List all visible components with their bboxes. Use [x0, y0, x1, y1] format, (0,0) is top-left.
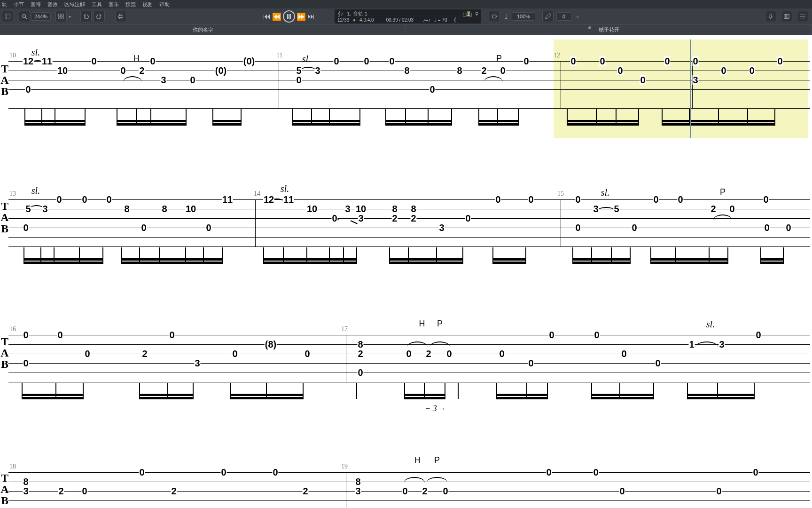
tab-note[interactable]: 0 [465, 214, 471, 223]
tab-note[interactable]: 12 [23, 56, 34, 66]
tab-note[interactable]: 3 [42, 204, 48, 214]
tab-note[interactable]: 0 [120, 66, 126, 75]
tab-note[interactable]: 8 [410, 204, 416, 214]
tab-note[interactable]: 0 [546, 468, 552, 477]
print-button[interactable] [115, 11, 126, 22]
add-button[interactable]: ＋ [575, 13, 580, 20]
tab-note[interactable]: 10 [306, 204, 318, 214]
tab-note[interactable]: 2 [58, 486, 64, 496]
tab-note[interactable]: 0 [296, 75, 302, 85]
tab-note[interactable]: 3 [718, 340, 725, 349]
tab-note[interactable]: 3 [355, 486, 361, 496]
tab-note[interactable]: 0 [243, 56, 255, 66]
tab-note[interactable]: 3 [593, 204, 599, 214]
tab-note[interactable]: 0 [23, 223, 29, 232]
tab-note[interactable]: 2 [139, 66, 145, 75]
redo-button[interactable] [94, 11, 105, 22]
keyboard-button[interactable] [781, 11, 792, 22]
tab-note[interactable]: 0 [402, 486, 408, 496]
tab-note[interactable]: 12 [263, 195, 274, 204]
tab-note[interactable]: 0 [619, 486, 625, 496]
tuning-fork-icon[interactable]: 𝄞 [453, 17, 456, 23]
tab-note[interactable]: 0 [429, 85, 435, 94]
tab-document-1[interactable]: 你的名字 [0, 25, 406, 35]
tab-note[interactable]: 2 [302, 486, 308, 496]
tab-note[interactable]: 0 [617, 66, 623, 75]
tab-note[interactable]: 8 [391, 204, 398, 214]
tab-note[interactable]: 0 [499, 349, 505, 358]
tab-note[interactable]: 0 [599, 56, 605, 66]
tab-document-2[interactable]: 栀子花开 [406, 25, 812, 35]
tab-note[interactable]: 3 [194, 358, 200, 368]
tab-note[interactable]: 10 [185, 204, 196, 214]
tempo-percent[interactable]: 100% [512, 12, 535, 21]
tab-note[interactable]: 3 [358, 214, 364, 223]
layout-button[interactable] [55, 11, 67, 22]
tab-note[interactable]: 0 [331, 214, 337, 223]
tab-note[interactable]: 0 [23, 330, 29, 340]
menu-item[interactable]: 小节 [14, 1, 24, 8]
tab-note[interactable]: 2 [171, 486, 177, 496]
tab-note[interactable]: 0 [528, 195, 534, 204]
tab-note[interactable]: 2 [425, 349, 431, 358]
tab-note[interactable]: 8 [456, 66, 462, 75]
menu-item[interactable]: 轨 [2, 1, 7, 8]
panel-button[interactable] [2, 11, 13, 22]
tab-note[interactable]: 8 [404, 66, 410, 75]
tab-note[interactable]: 0 [389, 56, 395, 66]
tab-note[interactable]: 0 [91, 56, 97, 66]
tab-note[interactable]: 0 [141, 223, 147, 232]
tab-note[interactable]: 3 [314, 66, 320, 75]
tab-note[interactable]: 8 [265, 340, 277, 349]
tab-note[interactable]: 11 [41, 56, 53, 66]
score-area[interactable]: TAB101112sl.Hsl.P12110100002300053000080… [0, 35, 812, 508]
tab-note[interactable]: 10 [355, 204, 367, 214]
tab-note[interactable]: 0 [755, 330, 761, 340]
tab-note[interactable]: 0 [363, 56, 369, 66]
track-name[interactable]: 1. 音轨 1 [347, 10, 367, 17]
tab-note[interactable]: 0 [56, 195, 62, 204]
tab-note[interactable]: 5 [613, 204, 619, 214]
tab-note[interactable]: 2 [481, 66, 487, 75]
pause-button[interactable] [283, 10, 295, 23]
menu-item[interactable]: 区域注解 [64, 1, 85, 8]
tab-note[interactable]: 0 [139, 468, 145, 477]
tab-note[interactable]: 2 [422, 486, 428, 496]
tab-note[interactable]: 0 [570, 56, 576, 66]
tab-note[interactable]: 0 [548, 330, 554, 340]
tab-note[interactable]: 0 [528, 358, 534, 368]
tab-note[interactable]: 0 [149, 56, 156, 66]
tab-note[interactable]: 0 [720, 66, 726, 75]
tab-note[interactable]: 0 [215, 66, 227, 75]
tab-note[interactable]: 0 [655, 358, 661, 368]
menu-item[interactable]: 预览 [125, 1, 136, 8]
menu-item[interactable]: 工具 [92, 1, 102, 8]
tab-note[interactable]: 0 [495, 195, 501, 204]
tab-note[interactable]: 0 [333, 56, 339, 66]
skip-end-button[interactable]: ⏭ [307, 12, 315, 21]
undo-button[interactable] [80, 11, 92, 22]
tab-note[interactable]: 3 [160, 75, 166, 85]
zoom-field[interactable]: 244% [31, 12, 51, 21]
menu-item[interactable]: 音符 [31, 1, 41, 8]
tab-note[interactable]: 0 [500, 66, 506, 75]
tab-note[interactable]: 2 [141, 349, 148, 358]
tab-note[interactable]: 0 [272, 468, 278, 477]
tab-note[interactable]: 10 [57, 66, 68, 75]
tab-note[interactable]: 0 [575, 195, 581, 204]
tab-note[interactable]: 0 [169, 330, 175, 340]
tab-note[interactable]: 0 [106, 195, 112, 204]
tab-note[interactable]: 0 [205, 223, 211, 232]
search-button[interactable] [19, 11, 30, 22]
tab-note[interactable]: 0 [749, 66, 755, 75]
tab-note[interactable]: 0 [716, 486, 722, 496]
fretboard-button[interactable] [797, 11, 808, 22]
tab-note[interactable]: 0 [764, 223, 770, 232]
tab-note[interactable]: 5 [296, 66, 302, 75]
tab-note[interactable]: 0 [220, 468, 226, 477]
menu-item[interactable]: 帮助 [159, 1, 170, 8]
tab-note[interactable]: 8 [161, 204, 167, 214]
tab-note[interactable]: 8 [355, 477, 361, 486]
tab-note[interactable]: 3 [692, 75, 698, 85]
tab-note[interactable]: 0 [575, 223, 581, 232]
